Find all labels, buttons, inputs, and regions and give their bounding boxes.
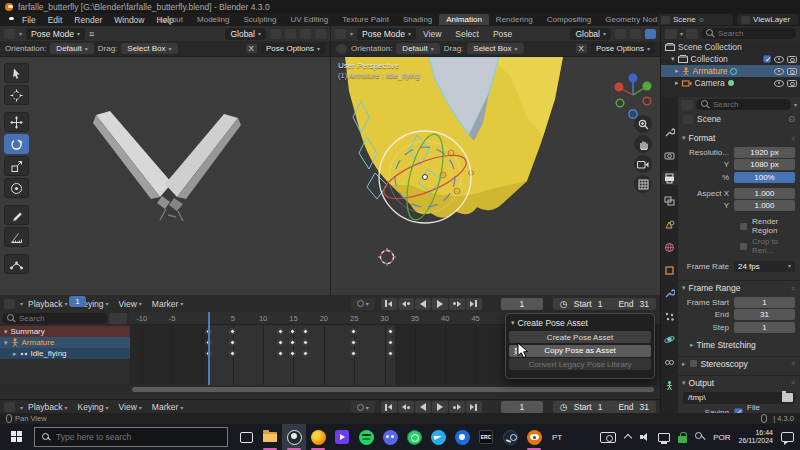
properties-tab-world[interactable] [662, 240, 678, 254]
filter-icon[interactable] [686, 29, 698, 39]
outliner-row-armature[interactable]: ▸Armature [661, 65, 800, 77]
playback-prevkey-button[interactable] [398, 298, 414, 310]
collection-checkbox[interactable] [763, 55, 771, 63]
display-mode-icon[interactable] [665, 29, 677, 39]
pose-options-dropdown[interactable]: Pose Options▾ [261, 43, 325, 54]
viewport-menu-view[interactable]: View [420, 29, 444, 39]
playback-last-button[interactable] [466, 298, 482, 310]
current-frame-field[interactable]: 1 [501, 298, 543, 310]
frame-end-field[interactable]: 31 [734, 309, 795, 320]
measure-tool[interactable] [4, 227, 29, 247]
menu-render[interactable]: Render [74, 15, 102, 25]
volume-icon[interactable] [640, 433, 650, 442]
resolution-pct-field[interactable]: 100% [734, 172, 795, 183]
grid-ortho-icon[interactable] [634, 175, 652, 193]
steam-icon[interactable] [498, 424, 522, 450]
output-path-field[interactable]: /tmp\ [683, 392, 795, 404]
taskbar-search[interactable] [34, 427, 228, 447]
cursor-tool[interactable] [4, 85, 29, 105]
drag-dropdown[interactable]: Select Box▾ [467, 43, 523, 54]
current-frame-field[interactable]: 1 [501, 401, 543, 413]
outliner-search[interactable] [701, 28, 796, 39]
frame-start-field[interactable]: 1 [734, 297, 795, 308]
media-player-icon[interactable] [330, 424, 354, 450]
hide-eye-icon[interactable] [774, 68, 784, 75]
timeline-menu-playback[interactable]: Playback▾ [28, 299, 68, 309]
firefox-icon[interactable] [306, 424, 330, 450]
editor-type-icon[interactable] [4, 299, 15, 309]
channel-idle-flying[interactable]: ▸Idle_flying [0, 348, 130, 359]
playback-last-button[interactable] [466, 401, 482, 413]
pivot-point-icon[interactable] [300, 29, 311, 39]
scene-selector[interactable]: Scene ⊙ [657, 14, 733, 25]
spotify-icon[interactable] [354, 424, 378, 450]
keyboard-language[interactable]: PT [546, 433, 568, 442]
pan-hand-icon[interactable] [634, 135, 652, 153]
section-stereoscopy[interactable]: ▸Stereoscopy≡ [678, 356, 800, 371]
editor-type-icon[interactable] [335, 29, 346, 39]
properties-tab-particles[interactable] [662, 309, 678, 323]
timeline-scrollbar[interactable] [132, 387, 654, 392]
viewport-left[interactable] [0, 57, 330, 295]
editor-type-icon[interactable] [4, 29, 15, 39]
aspect-x-field[interactable]: 1.000 [734, 188, 795, 199]
playback-prevkey-button[interactable] [398, 401, 414, 413]
properties-tab-object-data[interactable] [662, 378, 678, 392]
viewport-menu-pose[interactable]: Pose [490, 29, 515, 39]
properties-tab-physics[interactable] [662, 332, 678, 346]
playback-first-button[interactable] [381, 401, 397, 413]
playback-nextkey-button[interactable] [449, 298, 465, 310]
taskbar-clock[interactable]: 16:4426/11/2024 [738, 429, 773, 445]
properties-tab-tool[interactable] [662, 125, 678, 139]
x-toggle[interactable]: X [576, 44, 587, 53]
hide-eye-icon[interactable] [774, 80, 784, 87]
filter-toggle-icon[interactable] [109, 313, 127, 324]
menu-edit[interactable]: Edit [48, 15, 63, 25]
collapsed-menus-icon[interactable]: ≡ [89, 29, 94, 39]
tray-expand-icon[interactable] [624, 433, 632, 441]
x-toggle[interactable]: X [246, 44, 257, 53]
notifications-icon[interactable] [781, 432, 794, 442]
folder-icon[interactable] [782, 393, 793, 402]
disable-render-icon[interactable] [787, 68, 797, 75]
outliner-row-scene-collection[interactable]: Scene Collection [661, 41, 800, 53]
rotate-tool[interactable] [4, 134, 29, 154]
file-explorer-icon[interactable] [258, 424, 282, 450]
scale-tool[interactable] [4, 156, 29, 176]
playback-play-button[interactable] [432, 401, 448, 413]
transform-tool[interactable] [4, 178, 29, 198]
viewport-right[interactable]: User Perspective (1) Armature : Idle_fly… [330, 57, 660, 295]
move-tool[interactable] [4, 112, 29, 132]
key-icon[interactable] [695, 432, 705, 442]
timeline-menu-playback[interactable]: Playback▾ [28, 402, 68, 412]
resolution-y-field[interactable]: 1080 px [734, 159, 795, 170]
blender-icon[interactable] [522, 424, 546, 450]
frame-range-fields[interactable]: ◷Start1End31 [553, 401, 656, 413]
channel-search[interactable] [0, 313, 129, 325]
editor-type-icon[interactable] [681, 100, 693, 110]
section-frame-range[interactable]: ▾Frame Range≡ [678, 280, 800, 295]
current-frame-badge[interactable]: 1 [69, 296, 86, 307]
channel-armature[interactable]: ▾Armature [0, 337, 130, 348]
orientation-dropdown[interactable]: Default▾ [396, 43, 439, 54]
render-region-checkbox[interactable] [739, 222, 748, 231]
properties-tab-view-layer[interactable] [662, 194, 678, 208]
editor-type-icon[interactable] [4, 402, 15, 412]
section-format[interactable]: ▾Format≡ [678, 131, 800, 145]
playback-revplay-button[interactable] [415, 401, 431, 413]
transform-orientation-dropdown[interactable]: Global▾ [225, 28, 266, 40]
timeline-menu-keying[interactable]: Keying▾ [78, 402, 109, 412]
erc-icon[interactable]: ERC [474, 424, 498, 450]
tray-language[interactable]: POR [713, 433, 730, 442]
hide-eye-icon[interactable] [774, 56, 784, 63]
frame-step-field[interactable]: 1 [734, 322, 795, 333]
channel-summary[interactable]: ▾Summary [0, 326, 130, 337]
overlays-icon[interactable] [315, 29, 326, 39]
lock-icon[interactable] [678, 436, 687, 443]
tab-shading[interactable]: Shading [396, 14, 439, 25]
zoom-icon[interactable] [634, 115, 652, 133]
tab-texture-paint[interactable]: Texture Paint [335, 14, 396, 25]
proportional-edit-icon[interactable] [630, 29, 641, 39]
blue-app-icon[interactable] [450, 424, 474, 450]
discord-icon[interactable] [378, 424, 402, 450]
